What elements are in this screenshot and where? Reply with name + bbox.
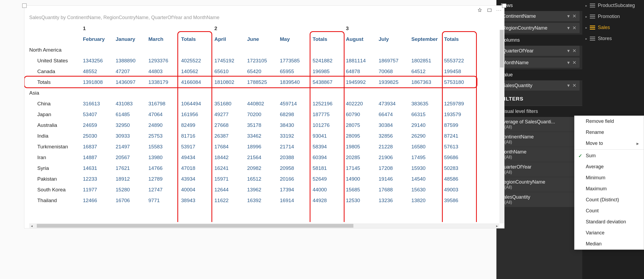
- table-row[interactable]: India25030309332575381716263873346233192…: [29, 131, 477, 141]
- menu-item-aggregation[interactable]: Count (Distinct): [575, 194, 644, 205]
- menu-item-rename[interactable]: Rename: [575, 127, 644, 138]
- vertical-scrollbar[interactable]: [499, 30, 504, 223]
- cell-value: 316798: [148, 98, 181, 109]
- menu-item-aggregation[interactable]: Variance: [575, 227, 644, 238]
- chevron-down-icon[interactable]: ▾: [567, 25, 570, 31]
- scroll-left-arrow[interactable]: ◂: [29, 223, 34, 228]
- filter-item[interactable]: ⌄QuarterOfYearis (All): [496, 162, 582, 177]
- cell-value: 21714: [280, 141, 313, 152]
- menu-item-aggregation[interactable]: Sum: [575, 150, 644, 161]
- filter-item[interactable]: ⌄MonthNameis (All): [496, 147, 582, 162]
- column-header-totals[interactable]: Totals: [444, 34, 477, 45]
- column-header[interactable]: March: [148, 34, 181, 45]
- submenu-arrow-icon: ▸: [636, 141, 639, 146]
- cell-value: 15280: [116, 184, 148, 195]
- fields-table-item[interactable]: ▸Sales: [582, 22, 644, 33]
- expand-arrow-icon[interactable]: ▸: [586, 15, 587, 19]
- fields-table-item[interactable]: ▸Stores: [582, 33, 644, 44]
- remove-field-icon[interactable]: ✕: [572, 25, 576, 31]
- quarter-header[interactable]: 3: [346, 23, 477, 34]
- group-totals-row[interactable]: Totals1391808143609713381794166084181080…: [29, 77, 477, 88]
- chevron-down-icon[interactable]: ▾: [567, 48, 570, 54]
- remove-field-icon[interactable]: ✕: [572, 48, 576, 54]
- table-row[interactable]: Pakistan12233189121278943934159711651220…: [29, 174, 477, 184]
- menu-item-aggregation[interactable]: Maximum: [575, 183, 644, 194]
- field-pill-continentname[interactable]: ContinentName ▾✕: [499, 11, 580, 21]
- cell-value: 30933: [116, 131, 148, 141]
- column-header[interactable]: May: [280, 34, 313, 45]
- more-options-icon[interactable]: ···: [497, 8, 502, 13]
- menu-item-aggregation[interactable]: Median: [575, 238, 644, 249]
- cell-value: 20285: [346, 152, 379, 163]
- chevron-down-icon[interactable]: ▾: [567, 83, 570, 88]
- expand-arrow-icon[interactable]: ▸: [586, 37, 587, 41]
- horizontal-scrollbar[interactable]: ◂ ▸: [29, 223, 499, 228]
- cell-value: 66474: [379, 109, 411, 120]
- cell-value: 11977: [83, 184, 116, 195]
- column-header-totals[interactable]: Totals: [313, 34, 346, 45]
- remove-field-icon[interactable]: ✕: [572, 13, 576, 19]
- table-row[interactable]: Australia2465932950248908249927668351783…: [29, 120, 477, 131]
- quarter-header[interactable]: 1: [83, 23, 214, 34]
- cell-value: 21228: [379, 141, 411, 152]
- menu-item-aggregation[interactable]: Average: [575, 161, 644, 172]
- fields-table-item[interactable]: ▸ProductSubcateg: [582, 0, 644, 11]
- remove-field-icon[interactable]: ✕: [572, 60, 576, 66]
- filter-item[interactable]: ⌄Average of SalesQuanti...is (All): [496, 117, 582, 132]
- column-header[interactable]: June: [247, 34, 280, 45]
- resize-handle-ne[interactable]: [502, 3, 506, 8]
- table-row[interactable]: China31661343108331679810644943516804408…: [29, 98, 477, 109]
- expand-arrow-icon[interactable]: ▸: [586, 26, 587, 30]
- table-row[interactable]: United States134325613888901293376402552…: [29, 55, 477, 66]
- column-header-totals[interactable]: Totals: [181, 34, 214, 45]
- table-row[interactable]: Japan53407614854706416195649277702006829…: [29, 109, 477, 120]
- pin-icon[interactable]: [477, 8, 482, 13]
- column-header[interactable]: April: [214, 34, 247, 45]
- table-row[interactable]: Canada4855247207448031405626561065420659…: [29, 66, 477, 77]
- field-pill-regioncountryname[interactable]: RegionCountryName ▾✕: [499, 23, 580, 33]
- table-row[interactable]: Syria14631176211476647018162412098220958…: [29, 163, 477, 174]
- field-pill-quarterofyear[interactable]: QuarterOfYear ▾✕: [499, 46, 580, 56]
- cell-totals: 1436097: [116, 77, 148, 88]
- cell-value: 47207: [116, 66, 148, 77]
- fields-table-item[interactable]: ▸Promotion: [582, 11, 644, 22]
- matrix-visual-card[interactable]: ··· SalesQuantity by ContinentName, Regi…: [24, 5, 504, 228]
- column-header[interactable]: August: [346, 34, 379, 45]
- cell-totals: 1064494: [181, 98, 214, 109]
- remove-field-icon[interactable]: ✕: [572, 83, 576, 88]
- menu-item-move-to[interactable]: Move to▸: [575, 138, 644, 149]
- cell-value: 24890: [148, 120, 181, 131]
- table-row[interactable]: Thailand12466167069771389431162216392169…: [29, 195, 477, 206]
- menu-item-remove-field[interactable]: Remove field: [575, 116, 644, 127]
- menu-item-aggregation[interactable]: Count: [575, 205, 644, 216]
- filter-item[interactable]: ⌄ContinentNameis (All): [496, 132, 582, 147]
- column-header[interactable]: January: [116, 34, 148, 45]
- aggregation-context-menu[interactable]: Remove field Rename Move to▸ SumAverageM…: [574, 116, 644, 250]
- table-row[interactable]: Turkmenistan1683721497155835391717684189…: [29, 141, 477, 152]
- menu-item-aggregation[interactable]: Minimum: [575, 172, 644, 183]
- continent-label[interactable]: Asia: [29, 88, 477, 98]
- column-header[interactable]: September: [411, 34, 444, 45]
- expand-arrow-icon[interactable]: ▸: [586, 4, 587, 8]
- field-pill-salesquantity[interactable]: SalesQuantity ▾✕: [499, 80, 580, 91]
- filter-item[interactable]: ⌄RegionCountryNameis (All): [496, 177, 582, 192]
- resize-handle-nw[interactable]: [22, 3, 27, 8]
- continent-label[interactable]: North America: [29, 45, 477, 55]
- table-row[interactable]: Iran148872056713980494341844221564203886…: [29, 152, 477, 163]
- scroll-right-arrow[interactable]: ▸: [495, 223, 499, 228]
- field-pill-monthname[interactable]: MonthName ▾✕: [499, 58, 580, 68]
- filter-item[interactable]: ⌄SalesQuantityis (All): [496, 192, 582, 207]
- column-header[interactable]: February: [83, 34, 116, 45]
- quarter-header[interactable]: 2: [214, 23, 346, 34]
- table-icon: [590, 3, 595, 8]
- chevron-down-icon[interactable]: ▾: [567, 60, 570, 66]
- cell-value: 17684: [214, 141, 247, 152]
- column-header[interactable]: July: [379, 34, 411, 45]
- cell-value: 16837: [83, 141, 116, 152]
- cell-value: 27668: [214, 120, 247, 131]
- menu-item-aggregation[interactable]: Standard deviation: [575, 216, 644, 227]
- focus-mode-icon[interactable]: [487, 8, 492, 13]
- cell-value: 47064: [148, 109, 181, 120]
- table-row[interactable]: South Korea11977152801274740004126441396…: [29, 184, 477, 195]
- chevron-down-icon[interactable]: ▾: [567, 13, 570, 19]
